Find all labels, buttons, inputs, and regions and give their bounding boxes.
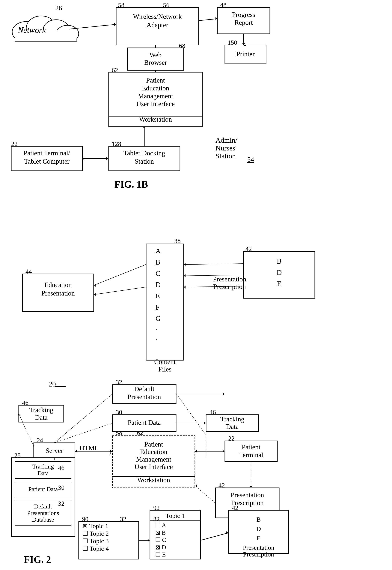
patient-text2: Tablet Computer [24, 158, 70, 165]
db-td-label1: Tracking [32, 463, 54, 470]
label-54: 54 [247, 156, 254, 163]
svg-line-10 [69, 24, 116, 29]
printer-text: Printer [236, 50, 255, 58]
svg-marker-45 [195, 484, 197, 487]
tdl-label1: Tracking [29, 406, 53, 414]
label-46-left: 46 [22, 399, 28, 406]
label-32-db: 32 [58, 500, 64, 507]
label-24: 24 [37, 437, 43, 444]
topic1-item3: ☐ Topic 3 [83, 538, 109, 544]
network-label: Network [18, 26, 46, 35]
pemu2-text1: Patient [144, 441, 163, 448]
pprb-presc: Prescription [243, 551, 274, 558]
svg-marker-11 [114, 23, 116, 26]
label-150: 150 [228, 39, 237, 46]
topic1-item1: ⊠ Topic 1 [83, 523, 108, 529]
pemu2-text4: User Interface [135, 463, 173, 471]
cf-dot2: · [155, 335, 157, 343]
label-42-br: 42 [232, 504, 238, 511]
svg-marker-13 [215, 17, 217, 20]
db-dp-label3: Database [32, 516, 54, 523]
cf-e: E [155, 292, 160, 300]
svg-marker-38 [75, 450, 77, 453]
td-top-label2: Data [226, 423, 239, 430]
content-files-label2: Files [158, 365, 171, 373]
svg-line-28 [184, 264, 243, 265]
fig2-caption: FIG. 2 [24, 554, 51, 565]
db-td-label2: Data [38, 470, 49, 477]
ep-label2: Presentation [42, 289, 75, 297]
diagram-container: Network 26 Wireless/Network Adapter 58 5… [0, 0, 392, 570]
label-22-2: 22 [228, 435, 235, 442]
pp-b: B [277, 257, 281, 265]
pt-label2: Terminal [239, 451, 263, 459]
dp-label1: Default [134, 385, 154, 393]
pprb-b: B [256, 516, 261, 523]
topic1-d: ⊠ D [155, 544, 166, 551]
db-dp-label1: Default [34, 503, 52, 510]
pd-label: Patient Data [128, 419, 161, 426]
svg-line-59 [200, 533, 228, 540]
label-32-tl: 32 [120, 516, 126, 523]
svg-line-55 [54, 423, 112, 443]
tablet-text2: Station [135, 158, 154, 165]
pemu-text3: Management [138, 92, 173, 100]
svg-marker-43 [250, 486, 252, 487]
svg-line-44 [195, 486, 215, 503]
admin-text1: Admin/ [215, 136, 238, 144]
label-26: 26 [55, 4, 62, 12]
cf-f: F [155, 303, 159, 311]
label-90: 90 [82, 516, 88, 523]
content-files-box [146, 244, 184, 360]
patient-text1: Patient Terminal/ [24, 149, 70, 157]
dp-label2: Presentation [128, 393, 161, 401]
pprb-d: D [256, 525, 261, 532]
label-42-top: 42 [245, 245, 252, 252]
progress-text2: Report [234, 19, 253, 26]
topic1-header: Topic 1 [166, 512, 185, 519]
svg-line-24 [94, 265, 146, 285]
label-22-1b: 22 [11, 140, 18, 147]
topic1-e: ☐ E [155, 551, 166, 558]
pprb-e: E [257, 535, 261, 542]
svg-marker-41 [195, 450, 197, 453]
db-dp-label2: Presentations [27, 510, 59, 516]
ep-label1: Education [44, 281, 72, 288]
topic1-item4: ☐ Topic 4 [83, 545, 109, 552]
html-label: HTML [79, 444, 98, 452]
content-files-label1: Content [154, 358, 176, 365]
svg-marker-48 [223, 392, 224, 395]
cf-a: A [155, 247, 161, 255]
cf-d: D [155, 281, 161, 288]
label-28: 28 [14, 452, 21, 459]
label-44: 44 [26, 268, 32, 275]
pemu-text1: Patient [146, 76, 165, 84]
cf-g: G [155, 315, 161, 322]
svg-marker-40 [223, 450, 224, 453]
pemu-text5: Workstation [139, 116, 172, 123]
pemu-text4: User Interface [136, 100, 175, 108]
svg-line-26 [94, 287, 146, 295]
pemu2-text3: Management [136, 456, 171, 463]
pemu2-text2: Education [140, 448, 167, 456]
label-32-dp: 32 [116, 379, 122, 386]
svg-marker-58 [148, 539, 150, 542]
pemu2-text5: Workstation [137, 476, 170, 484]
ppb-label1: Presentation [231, 491, 264, 499]
server-label: Server [45, 447, 63, 454]
label-128: 128 [112, 140, 121, 147]
svg-marker-50 [204, 421, 206, 425]
label-46-right: 46 [210, 409, 216, 416]
topic1-c: ☐ C [155, 536, 166, 543]
label-92: 92 [153, 504, 160, 511]
label-58-1b: 58 [118, 1, 125, 8]
admin-text3: Station [215, 152, 236, 160]
label-58-2: 58 [116, 429, 122, 436]
topic1-b: ⊠ B [155, 529, 166, 536]
svg-marker-20 [106, 157, 108, 160]
label-32-td2: 32 [153, 516, 160, 523]
topic1-item2: ☐ Topic 2 [83, 530, 109, 537]
label-48: 48 [220, 1, 226, 8]
label-20: 20 [49, 380, 56, 388]
svg-line-46 [177, 394, 206, 435]
